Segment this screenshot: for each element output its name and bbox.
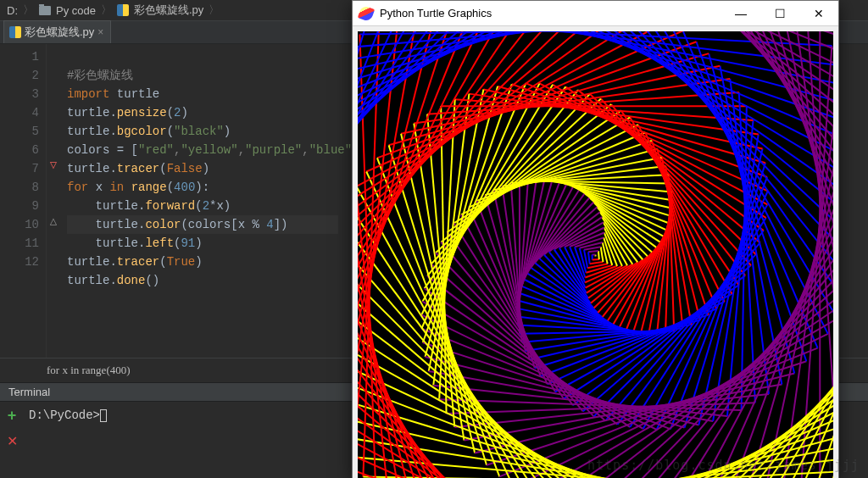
svg-line-239: [523, 31, 833, 190]
svg-line-8: [590, 262, 604, 264]
chevron-right-icon: 〉: [209, 3, 220, 18]
canvas-frame: [353, 26, 838, 478]
fold-column: ▽ △: [47, 44, 60, 358]
terminal-toolbar: + ✕: [0, 402, 24, 449]
python-file-icon: [9, 26, 21, 38]
line-gutter: 123 456 789 101112: [0, 44, 47, 358]
cursor: [100, 409, 107, 422]
close-button[interactable]: ✕: [799, 1, 838, 26]
minimize-button[interactable]: —: [721, 1, 760, 26]
maximize-button[interactable]: ☐: [760, 1, 799, 26]
svg-line-5: [598, 251, 599, 259]
svg-line-6: [588, 251, 598, 252]
folder-icon: [39, 6, 51, 15]
chevron-right-icon: 〉: [101, 3, 112, 18]
svg-line-9: [601, 247, 604, 262]
svg-line-4: [593, 259, 599, 260]
turtle-canvas: [358, 31, 833, 478]
close-icon[interactable]: ✕: [7, 433, 18, 449]
svg-line-194: [475, 374, 794, 453]
svg-line-381: [776, 31, 833, 443]
svg-line-10: [584, 247, 601, 249]
svg-line-197: [389, 145, 487, 464]
turtle-app-icon: [358, 4, 376, 22]
file-label: 彩色螺旋线.py: [134, 3, 203, 18]
titlebar[interactable]: Python Turtle Graphics — ☐ ✕: [353, 1, 838, 26]
plus-icon[interactable]: +: [8, 407, 17, 425]
watermark: https://blog.csdn.net/jamesjjjjj: [587, 458, 860, 473]
svg-line-60: [613, 236, 664, 325]
tab-file[interactable]: 彩色螺旋线.py ×: [3, 20, 111, 43]
svg-line-146: [425, 288, 630, 426]
chevron-right-icon: 〉: [23, 3, 34, 18]
window-title: Python Turtle Graphics: [380, 7, 721, 19]
folder-label: Py code: [56, 4, 96, 17]
drive-label: D:: [7, 4, 18, 17]
svg-line-145: [425, 86, 566, 288]
svg-line-190: [465, 384, 782, 440]
terminal-prompt: D:\PyCode>: [29, 409, 100, 422]
tab-label: 彩色螺旋线.py: [25, 25, 94, 40]
close-icon[interactable]: ×: [97, 26, 103, 38]
svg-line-61: [573, 186, 664, 236]
svg-line-59: [527, 273, 613, 325]
turtle-window[interactable]: Python Turtle Graphics — ☐ ✕: [352, 0, 839, 478]
svg-line-192: [401, 66, 720, 134]
python-file-icon: [117, 4, 129, 16]
svg-line-7: [588, 252, 590, 264]
